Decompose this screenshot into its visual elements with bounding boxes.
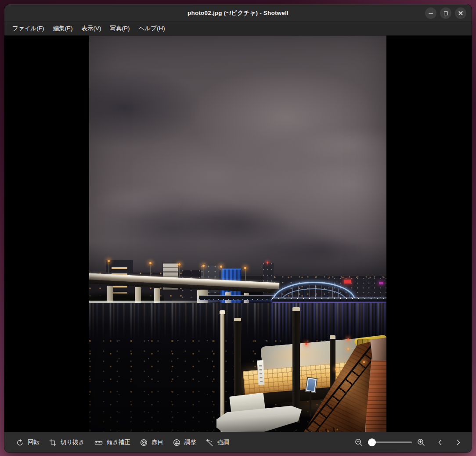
maximize-button[interactable] xyxy=(440,7,451,19)
photo-content-area xyxy=(4,36,472,432)
crop-icon xyxy=(49,439,57,446)
crop-label: 切り抜き xyxy=(61,438,85,446)
photo-navigation xyxy=(436,438,462,446)
straighten-label: 傾き補正 xyxy=(107,438,130,446)
rotate-label: 回転 xyxy=(28,438,40,446)
chevron-left-icon[interactable] xyxy=(436,438,444,446)
desktop-wallpaper: photo02.jpg (~/ピクチャ) - Shotwell ファイル(F) … xyxy=(0,0,476,456)
menu-edit[interactable]: 編集(E) xyxy=(49,22,77,35)
crop-button[interactable]: 切り抜き xyxy=(44,436,90,449)
photo-canvas[interactable] xyxy=(89,36,386,432)
toolbar: 回転 切り抜き 傾き補正 xyxy=(4,432,472,452)
titlebar[interactable]: photo02.jpg (~/ピクチャ) - Shotwell xyxy=(4,4,472,22)
window-title: photo02.jpg (~/ピクチャ) - Shotwell xyxy=(188,9,288,17)
photo-vignette xyxy=(89,36,386,432)
close-button[interactable] xyxy=(455,7,466,19)
zoom-in-icon[interactable] xyxy=(417,438,425,446)
rotate-button[interactable]: 回転 xyxy=(11,436,44,449)
redeye-button[interactable]: 赤目 xyxy=(135,436,168,449)
window-controls xyxy=(425,5,466,22)
enhance-label: 強調 xyxy=(217,438,229,446)
enhance-icon xyxy=(206,439,213,446)
zoom-slider-handle[interactable] xyxy=(368,438,376,446)
close-icon xyxy=(458,11,463,16)
redeye-icon xyxy=(140,439,148,446)
straighten-icon xyxy=(94,439,103,446)
menubar: ファイル(F) 編集(E) 表示(V) 写真(P) ヘルプ(H) xyxy=(4,22,472,36)
maximize-icon xyxy=(444,11,448,15)
zoom-out-icon[interactable] xyxy=(355,438,363,446)
rotate-icon xyxy=(16,439,24,446)
menu-file[interactable]: ファイル(F) xyxy=(8,22,49,35)
enhance-button[interactable]: 強調 xyxy=(201,436,234,449)
minimize-button[interactable] xyxy=(425,7,436,19)
shotwell-window: photo02.jpg (~/ピクチャ) - Shotwell ファイル(F) … xyxy=(4,4,472,452)
adjust-label: 調整 xyxy=(184,438,196,446)
menu-help[interactable]: ヘルプ(H) xyxy=(134,22,169,35)
adjust-icon xyxy=(173,439,180,446)
zoom-controls xyxy=(355,438,425,446)
minimize-icon xyxy=(429,13,433,14)
chevron-right-icon[interactable] xyxy=(455,438,462,446)
straighten-button[interactable]: 傾き補正 xyxy=(90,436,135,449)
adjust-button[interactable]: 調整 xyxy=(168,436,201,449)
redeye-label: 赤目 xyxy=(151,438,163,446)
menu-photo[interactable]: 写真(P) xyxy=(106,22,134,35)
menu-view[interactable]: 表示(V) xyxy=(77,22,106,35)
zoom-slider[interactable] xyxy=(368,438,412,446)
